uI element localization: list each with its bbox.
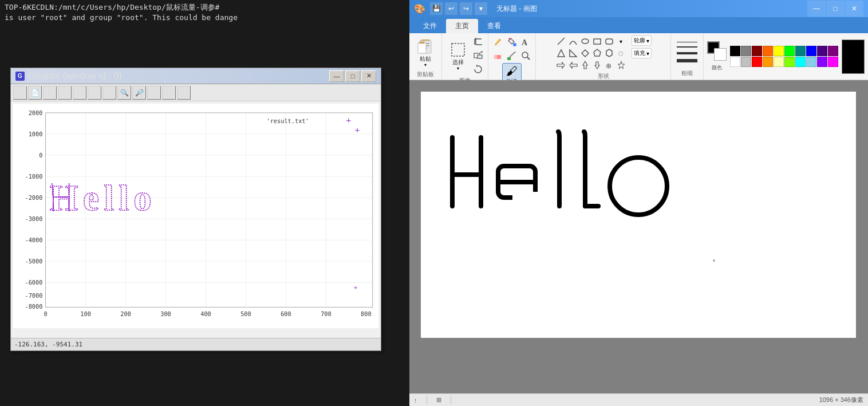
svg-marker-106 (515, 51, 516, 53)
gnuplot-close-button[interactable]: ✕ (361, 70, 376, 82)
color-yellow1[interactable] (774, 46, 784, 56)
paint-titlebar: 🎨 💾 ↩ ↪ ▾ 无标题 - 画图 — □ ✕ (409, 0, 868, 17)
shape-scroll[interactable]: ⬡ (616, 48, 627, 59)
shape-line[interactable] (555, 36, 567, 47)
shape-diamond[interactable] (579, 48, 591, 59)
svg-text:100: 100 (80, 310, 91, 317)
color-orange1[interactable] (763, 46, 773, 56)
svg-marker-116 (594, 49, 601, 56)
shape-rounded-rect[interactable] (603, 36, 615, 47)
paste-dropdown-icon[interactable]: ▾ (424, 62, 427, 68)
color-pink[interactable] (828, 57, 838, 67)
color-indigo1[interactable] (817, 46, 827, 56)
tab-view[interactable]: 查看 (478, 19, 510, 33)
tab-home[interactable]: 主页 (446, 19, 478, 33)
tab-file[interactable]: 文件 (414, 19, 446, 33)
gnuplot-coords: -126.163, -9541.31 (14, 341, 82, 348)
more-icon[interactable]: ▾ (475, 2, 487, 15)
color-teal1[interactable] (795, 46, 806, 56)
zoom-button[interactable] (519, 49, 532, 62)
redo-icon[interactable]: ↪ (460, 2, 472, 15)
color-yellow2[interactable] (774, 57, 784, 67)
thickness-4[interactable] (677, 59, 697, 62)
color-green1[interactable] (784, 46, 795, 56)
shape-left-arrow[interactable] (567, 60, 579, 71)
color-gray1[interactable] (741, 46, 751, 56)
paint-minimize-button[interactable]: — (807, 1, 826, 17)
color2-slot[interactable] (714, 48, 727, 61)
shape-right-triangle[interactable] (567, 48, 579, 59)
select-button[interactable]: 选择 ▾ (445, 39, 471, 73)
color-blue1[interactable] (806, 46, 816, 56)
color-lime[interactable] (784, 57, 795, 67)
select-dropdown-icon[interactable]: ▾ (457, 66, 459, 71)
color-orange2[interactable] (763, 57, 773, 67)
color-gray2[interactable] (741, 57, 751, 67)
shape-star[interactable] (616, 60, 627, 71)
gnuplot-minimize-button[interactable]: — (329, 70, 344, 82)
gnuplot-tool-mouse[interactable]: 🖱 (162, 86, 176, 100)
image-col-buttons (472, 36, 484, 76)
gnuplot-tool-grid[interactable]: ⊞ (73, 86, 86, 100)
gnuplot-tool-help[interactable]: ? (177, 86, 191, 100)
gnuplot-tool-zoomfit[interactable]: ⊡ (147, 86, 161, 100)
paint-canvas-area[interactable] (409, 80, 868, 393)
paint-maximize-button[interactable]: □ (826, 1, 845, 17)
shape-4way-arrow[interactable]: ⊕ (603, 60, 615, 71)
color-cyan[interactable] (795, 57, 806, 67)
gnuplot-tool-next[interactable]: ▶ (102, 86, 116, 100)
shape-curve[interactable] (567, 36, 579, 47)
thickness-1[interactable] (677, 42, 697, 42)
gnuplot-tool-refresh[interactable]: ↻ (58, 86, 72, 100)
color-slots: 颜色 (707, 41, 727, 72)
color-skyblue[interactable] (806, 57, 816, 67)
rotate-button[interactable] (472, 63, 484, 76)
shape-triangle[interactable] (555, 48, 567, 59)
gnuplot-tool-prev[interactable]: ◀ (88, 86, 101, 100)
shape-rect[interactable] (591, 36, 603, 47)
undo-icon[interactable]: ↩ (445, 2, 457, 15)
thickness-2[interactable] (677, 46, 697, 48)
resize-button[interactable] (472, 49, 484, 62)
gnuplot-tool-zoomin[interactable]: 🔍 (117, 86, 131, 100)
shape-hexagon[interactable] (603, 48, 615, 59)
pencil-button[interactable] (492, 36, 504, 48)
paste-button[interactable]: 粘贴 ▾ (413, 36, 438, 69)
color-white[interactable] (730, 57, 740, 67)
shape-down-arrow[interactable] (591, 60, 603, 71)
color-palette-area (730, 46, 838, 67)
shape-pentagon[interactable] (591, 48, 603, 59)
eraser-button[interactable] (492, 49, 504, 62)
color-pick-button[interactable] (506, 49, 518, 62)
gnuplot-tool-file[interactable]: 📄 (28, 86, 42, 100)
ribbon-tabs: 文件 主页 查看 (409, 17, 868, 33)
fill-button[interactable] (506, 36, 518, 48)
shape-up-arrow[interactable] (579, 60, 591, 71)
thickness-3[interactable] (677, 52, 697, 54)
shape-right-arrow[interactable] (555, 60, 567, 71)
color-violet[interactable] (817, 57, 827, 67)
outline-dropdown[interactable]: 轮廓 ▾ (632, 36, 652, 46)
color-black[interactable] (730, 46, 740, 56)
clipboard-group: 粘贴 ▾ 剪贴板 (409, 33, 442, 80)
big-color-block[interactable] (842, 40, 865, 74)
gnuplot-tool-zoomout[interactable]: 🔎 (132, 86, 146, 100)
gnuplot-tool-print[interactable]: 🖨 (13, 86, 27, 100)
shape-more[interactable]: ▾ (616, 36, 627, 47)
svg-marker-113 (558, 50, 565, 57)
gnuplot-maximize-button[interactable]: □ (345, 70, 360, 82)
fill-dropdown[interactable]: 填充 ▾ (632, 48, 652, 58)
text-button[interactable]: A (519, 36, 532, 48)
gnuplot-status-bar: -126.163, -9541.31 (11, 338, 381, 350)
gnuplot-chart: 2000 1000 0 -1000 -2000 -3000 -4000 -500… (13, 104, 378, 328)
shape-oval[interactable] (579, 36, 591, 47)
color-purple1[interactable] (828, 46, 838, 56)
paint-close-button[interactable]: ✕ (845, 1, 863, 17)
gnuplot-window: G Gnuplot (window id : 0) — □ ✕ 🖨 📄 🖺 ↻ … (10, 68, 381, 351)
save-icon[interactable]: 💾 (430, 2, 443, 15)
gnuplot-tool-copy[interactable]: 🖺 (43, 86, 57, 100)
color-red[interactable] (752, 57, 762, 67)
color-darkred[interactable] (752, 46, 762, 56)
crop-button[interactable] (472, 36, 484, 48)
paint-title-left: 🎨 💾 ↩ ↪ ▾ 无标题 - 画图 (414, 2, 537, 15)
